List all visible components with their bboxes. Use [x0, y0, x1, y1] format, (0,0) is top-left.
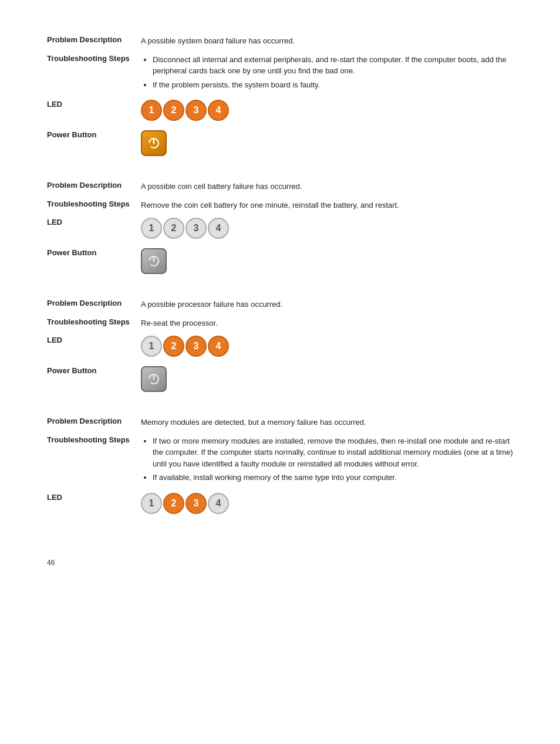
- led-group: 1234: [141, 336, 513, 357]
- group-separator: [47, 523, 513, 535]
- power-button[interactable]: [141, 366, 167, 392]
- group-0: Problem Description A possible system bo…: [47, 35, 513, 175]
- led-indicator: 3: [185, 493, 207, 514]
- troubleshooting-label: Troubleshooting Steps: [47, 435, 141, 486]
- list-item: Disconnect all internal and external per…: [153, 54, 513, 77]
- led-content: 1234: [141, 218, 513, 239]
- problem-text: A possible system board failure has occu…: [141, 35, 513, 47]
- power-icon: [147, 136, 161, 150]
- troubleshooting-row: Troubleshooting Steps If two or more mem…: [47, 435, 513, 486]
- troubleshooting-content: Remove the coin cell battery for one min…: [141, 199, 513, 211]
- power-button-label: Power Button: [47, 248, 141, 274]
- power-button-wrap: [141, 366, 513, 392]
- problem-row: Problem Description A possible coin cell…: [47, 181, 513, 192]
- led-indicator: 4: [208, 218, 229, 239]
- led-indicator: 1: [141, 336, 162, 357]
- troubleshooting-content: Re-seat the processor.: [141, 317, 513, 329]
- led-row: LED 1234: [47, 218, 513, 239]
- led-indicator: 3: [185, 100, 207, 121]
- problem-text: A possible coin cell battery failure has…: [141, 181, 513, 192]
- power-button-row: Power Button: [47, 130, 513, 156]
- troubleshooting-text: Remove the coin cell battery for one min…: [141, 201, 399, 209]
- led-label: LED: [47, 493, 141, 514]
- led-group: 1234: [141, 100, 513, 121]
- group-2: Problem Description A possible processor…: [47, 299, 513, 411]
- problem-text: Memory modules are detected, but a memor…: [141, 417, 513, 428]
- led-indicator: 2: [163, 336, 184, 357]
- led-indicator: 1: [141, 493, 162, 514]
- led-indicator: 4: [208, 336, 229, 357]
- power-button-wrap: [141, 248, 513, 274]
- power-button-row: Power Button: [47, 248, 513, 274]
- led-row: LED 1234: [47, 336, 513, 357]
- problem-label: Problem Description: [47, 35, 141, 47]
- led-content: 1234: [141, 100, 513, 121]
- troubleshooting-text: Re-seat the processor.: [141, 319, 218, 327]
- troubleshooting-content: If two or more memory modules are instal…: [141, 435, 513, 486]
- led-indicator: 4: [208, 100, 229, 121]
- problem-label: Problem Description: [47, 299, 141, 310]
- troubleshooting-label: Troubleshooting Steps: [47, 54, 141, 93]
- led-label: LED: [47, 336, 141, 357]
- led-content: 1234: [141, 493, 513, 514]
- led-indicator: 3: [185, 336, 207, 357]
- led-row: LED 1234: [47, 493, 513, 514]
- troubleshooting-content: Disconnect all internal and external per…: [141, 54, 513, 93]
- led-group: 1234: [141, 218, 513, 239]
- power-button-row: Power Button: [47, 366, 513, 392]
- power-button[interactable]: [141, 248, 167, 274]
- led-indicator: 1: [141, 218, 162, 239]
- problem-row: Problem Description A possible processor…: [47, 299, 513, 310]
- group-3: Problem Description Memory modules are d…: [47, 417, 513, 535]
- led-indicator: 1: [141, 100, 162, 121]
- led-indicator: 4: [208, 493, 229, 514]
- problem-label: Problem Description: [47, 417, 141, 428]
- power-button[interactable]: [141, 130, 167, 156]
- power-button-content: [141, 366, 513, 392]
- power-button-label: Power Button: [47, 130, 141, 156]
- group-separator: [47, 399, 513, 411]
- power-button-label: Power Button: [47, 366, 141, 392]
- list-item: If available, install working memory of …: [153, 472, 513, 483]
- power-icon: [147, 372, 161, 386]
- list-item: If the problem persists, the system boar…: [153, 79, 513, 91]
- led-label: LED: [47, 218, 141, 239]
- list-item: If two or more memory modules are instal…: [153, 435, 513, 470]
- troubleshooting-list: Disconnect all internal and external per…: [141, 54, 513, 91]
- led-indicator: 2: [163, 218, 184, 239]
- group-separator: [47, 281, 513, 293]
- group-1: Problem Description A possible coin cell…: [47, 181, 513, 293]
- problem-text: A possible processor failure has occurre…: [141, 299, 513, 310]
- led-content: 1234: [141, 336, 513, 357]
- problem-row: Problem Description Memory modules are d…: [47, 417, 513, 428]
- led-row: LED 1234: [47, 100, 513, 121]
- troubleshooting-label: Troubleshooting Steps: [47, 199, 141, 211]
- led-indicator: 2: [163, 493, 184, 514]
- power-icon: [147, 254, 161, 268]
- troubleshooting-row: Troubleshooting Steps Remove the coin ce…: [47, 199, 513, 211]
- power-button-wrap: [141, 130, 513, 156]
- troubleshooting-list: If two or more memory modules are instal…: [141, 435, 513, 483]
- group-separator: [47, 163, 513, 175]
- problem-label: Problem Description: [47, 181, 141, 192]
- led-label: LED: [47, 100, 141, 121]
- troubleshooting-label: Troubleshooting Steps: [47, 317, 141, 329]
- led-indicator: 2: [163, 100, 184, 121]
- power-button-content: [141, 130, 513, 156]
- led-group: 1234: [141, 493, 513, 514]
- problem-row: Problem Description A possible system bo…: [47, 35, 513, 47]
- troubleshooting-row: Troubleshooting Steps Disconnect all int…: [47, 54, 513, 93]
- page-number: 46: [47, 559, 513, 567]
- led-indicator: 3: [185, 218, 207, 239]
- power-button-content: [141, 248, 513, 274]
- troubleshooting-row: Troubleshooting Steps Re-seat the proces…: [47, 317, 513, 329]
